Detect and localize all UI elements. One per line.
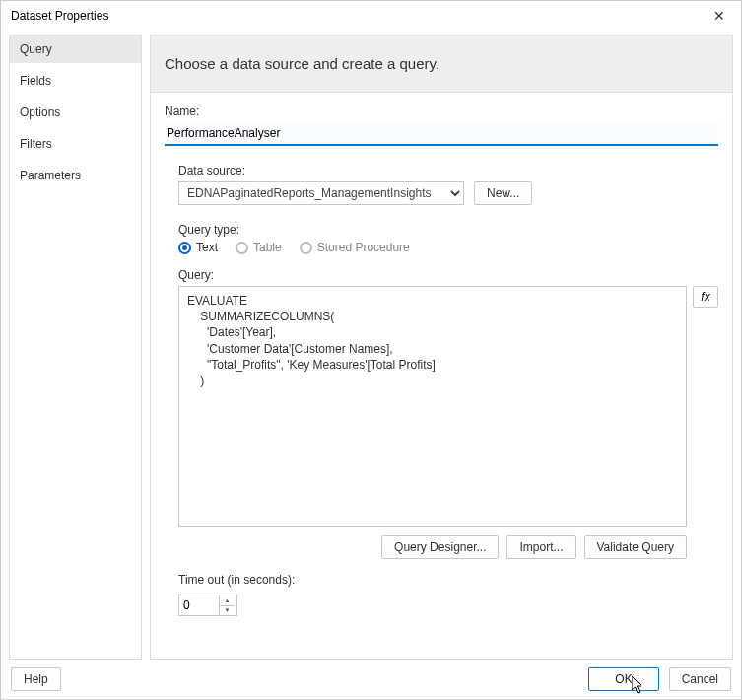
sidebar-item-parameters[interactable]: Parameters bbox=[10, 162, 141, 189]
sidebar-item-query[interactable]: Query bbox=[10, 35, 141, 63]
sidebar-item-label: Filters bbox=[20, 137, 52, 151]
radio-icon bbox=[178, 242, 191, 254]
radio-label: Table bbox=[253, 241, 282, 254]
close-icon[interactable]: ✕ bbox=[708, 8, 731, 24]
sidebar-item-label: Parameters bbox=[20, 169, 81, 182]
querytype-label: Query type: bbox=[178, 223, 718, 237]
fx-icon: fx bbox=[701, 290, 709, 304]
spinner-down-icon[interactable]: ▼ bbox=[220, 606, 235, 616]
query-label: Query: bbox=[178, 268, 718, 282]
dialog-body: Query Fields Options Filters Parameters … bbox=[1, 31, 741, 660]
timeout-label: Time out (in seconds): bbox=[178, 573, 718, 587]
sidebar-item-filters[interactable]: Filters bbox=[10, 130, 141, 158]
querytype-table-radio[interactable]: Table bbox=[236, 241, 282, 254]
name-label: Name: bbox=[165, 105, 718, 118]
ok-button[interactable]: OK bbox=[588, 667, 658, 691]
validate-query-button[interactable]: Validate Query bbox=[584, 535, 688, 559]
main-content: Name: Data source: EDNAPaginatedReports_… bbox=[151, 93, 732, 659]
sidebar: Query Fields Options Filters Parameters bbox=[9, 35, 142, 660]
radio-icon bbox=[300, 242, 312, 254]
sidebar-item-fields[interactable]: Fields bbox=[10, 67, 141, 95]
datasource-label: Data source: bbox=[178, 164, 718, 177]
querytype-group: Text Table Stored Procedure bbox=[178, 241, 718, 254]
sidebar-item-label: Options bbox=[20, 105, 60, 119]
sidebar-item-options[interactable]: Options bbox=[10, 99, 141, 126]
spinner-up-icon[interactable]: ▲ bbox=[220, 595, 235, 606]
query-designer-button[interactable]: Query Designer... bbox=[381, 535, 499, 559]
titlebar: Dataset Properties ✕ bbox=[1, 1, 741, 31]
panel-heading: Choose a data source and create a query. bbox=[151, 35, 732, 93]
radio-label: Text bbox=[196, 241, 218, 254]
timeout-stepper[interactable]: ▲ ▼ bbox=[178, 595, 237, 616]
radio-label: Stored Procedure bbox=[317, 241, 410, 254]
radio-icon bbox=[236, 242, 248, 254]
dataset-properties-dialog: Dataset Properties ✕ Query Fields Option… bbox=[0, 0, 742, 700]
query-textarea[interactable] bbox=[178, 286, 687, 527]
datasource-select[interactable]: EDNAPaginatedReports_ManagementInsights bbox=[178, 181, 464, 205]
querytype-text-radio[interactable]: Text bbox=[178, 241, 218, 254]
querytype-storedproc-radio[interactable]: Stored Procedure bbox=[300, 241, 410, 254]
main-panel: Choose a data source and create a query.… bbox=[150, 35, 733, 660]
timeout-input[interactable] bbox=[179, 595, 219, 615]
expression-button[interactable]: fx bbox=[693, 286, 718, 308]
dialog-title: Dataset Properties bbox=[11, 9, 108, 23]
sidebar-item-label: Query bbox=[20, 42, 52, 56]
dialog-footer: Help OK Cancel bbox=[1, 660, 741, 699]
import-button[interactable]: Import... bbox=[506, 535, 575, 559]
help-button[interactable]: Help bbox=[11, 667, 61, 691]
cancel-button[interactable]: Cancel bbox=[669, 667, 731, 691]
new-datasource-button[interactable]: New... bbox=[474, 181, 532, 205]
name-input[interactable] bbox=[165, 122, 718, 146]
sidebar-item-label: Fields bbox=[20, 74, 51, 88]
